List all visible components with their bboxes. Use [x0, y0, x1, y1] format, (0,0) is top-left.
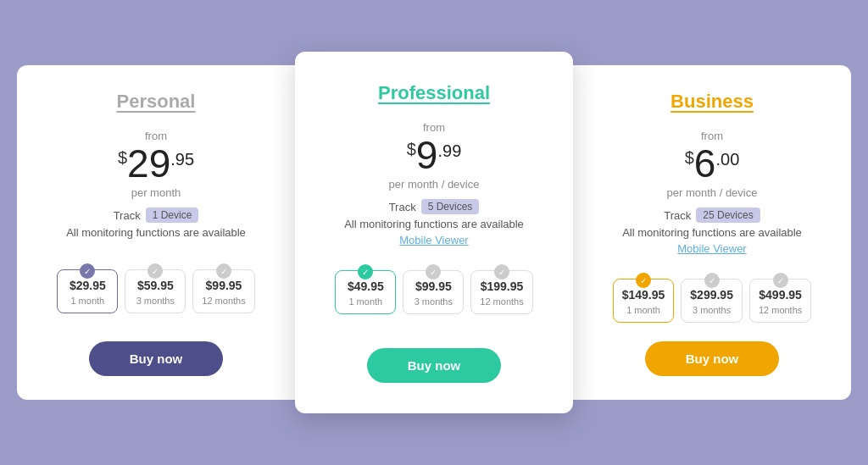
- option-period-personal-1: 3 months: [136, 296, 175, 306]
- option-check-personal-0: ✓: [80, 263, 95, 279]
- price-main-business: 6: [694, 144, 716, 183]
- option-amount-personal-0: $29.95: [70, 279, 106, 292]
- track-row-business: Track25 Devices: [664, 208, 760, 223]
- plan-title-business: Business: [670, 91, 754, 113]
- option-period-business-2: 12 months: [759, 305, 802, 315]
- per-label-business: per month / device: [667, 186, 758, 199]
- buy-button-professional[interactable]: Buy now: [367, 348, 502, 383]
- option-period-professional-2: 12 months: [480, 296, 523, 307]
- monitoring-text-professional: All monitoring functions are available: [344, 218, 524, 230]
- price-cents-professional: .99: [437, 142, 461, 159]
- option-check-professional-2: ✓: [494, 264, 509, 280]
- price-option-personal-1[interactable]: ✓$59.953 months: [125, 269, 186, 313]
- device-badge-professional: 5 Devices: [421, 199, 480, 214]
- price-dollar-business: $: [685, 149, 694, 166]
- option-check-business-2: ✓: [773, 273, 788, 288]
- price-option-personal-2[interactable]: ✓$99.9512 months: [192, 269, 254, 313]
- price-option-business-2[interactable]: ✓$499.9512 months: [749, 279, 811, 323]
- track-label-personal: Track: [114, 209, 141, 222]
- price-row-business: $6.00: [685, 144, 740, 183]
- buy-button-business[interactable]: Buy now: [645, 341, 780, 376]
- track-row-personal: Track1 Device: [114, 208, 199, 223]
- pricing-container: Personalfrom$29.95per monthTrack1 Device…: [17, 65, 851, 400]
- buy-button-personal[interactable]: Buy now: [89, 341, 224, 376]
- plan-card-personal: Personalfrom$29.95per monthTrack1 Device…: [17, 65, 295, 400]
- option-check-personal-1: ✓: [147, 263, 163, 279]
- from-label-professional: from: [423, 121, 445, 134]
- option-check-business-0: ✓: [636, 273, 651, 288]
- option-amount-professional-0: $49.95: [348, 280, 384, 293]
- monitoring-text-business: All monitoring functions are available: [622, 226, 802, 239]
- option-amount-personal-2: $99.95: [206, 279, 242, 292]
- option-amount-business-0: $149.95: [622, 288, 665, 302]
- option-period-business-1: 3 months: [693, 305, 731, 315]
- from-label-personal: from: [145, 130, 167, 142]
- price-option-professional-2[interactable]: ✓$199.9512 months: [470, 270, 532, 314]
- price-option-professional-1[interactable]: ✓$99.953 months: [403, 270, 464, 314]
- price-cents-personal: .95: [170, 151, 194, 168]
- option-period-personal-0: 1 month: [70, 296, 104, 306]
- option-amount-business-1: $299.95: [690, 288, 733, 302]
- mobile-viewer-link-business[interactable]: Mobile Viewer: [677, 242, 746, 255]
- device-badge-personal: 1 Device: [146, 208, 199, 223]
- price-options-business: ✓$149.951 month✓$299.953 months✓$499.951…: [613, 279, 812, 323]
- price-main-professional: 9: [416, 136, 438, 174]
- option-check-business-1: ✓: [704, 273, 720, 288]
- price-row-personal: $29.95: [118, 144, 194, 183]
- from-label-business: from: [701, 130, 723, 142]
- option-amount-business-2: $499.95: [759, 288, 802, 302]
- mobile-viewer-link-professional[interactable]: Mobile Viewer: [399, 234, 468, 246]
- track-label-professional: Track: [389, 201, 416, 213]
- price-option-business-1[interactable]: ✓$299.953 months: [681, 279, 743, 323]
- monitoring-text-personal: All monitoring functions are available: [66, 226, 246, 239]
- option-period-professional-1: 3 months: [415, 296, 453, 307]
- price-option-professional-0[interactable]: ✓$49.951 month: [335, 270, 396, 314]
- track-label-business: Track: [664, 209, 691, 222]
- price-main-personal: 29: [127, 144, 170, 183]
- option-check-professional-0: ✓: [358, 264, 373, 280]
- option-amount-professional-1: $99.95: [415, 280, 452, 293]
- plan-title-personal: Personal: [117, 91, 196, 113]
- option-amount-professional-2: $199.95: [481, 280, 524, 293]
- price-row-professional: $9.99: [407, 136, 462, 174]
- price-dollar-personal: $: [118, 149, 127, 166]
- device-badge-business: 25 Devices: [696, 208, 760, 223]
- option-check-professional-1: ✓: [426, 264, 441, 280]
- plan-card-business: Businessfrom$6.00per month / deviceTrack…: [573, 65, 851, 400]
- per-label-professional: per month / device: [389, 178, 480, 191]
- per-label-personal: per month: [131, 186, 181, 199]
- option-period-professional-0: 1 month: [348, 296, 382, 307]
- price-dollar-professional: $: [407, 141, 416, 158]
- track-row-professional: Track5 Devices: [389, 199, 480, 214]
- price-options-personal: ✓$29.951 month✓$59.953 months✓$99.9512 m…: [57, 269, 254, 313]
- option-amount-personal-1: $59.95: [137, 279, 174, 292]
- price-option-personal-0[interactable]: ✓$29.951 month: [57, 269, 118, 313]
- option-check-personal-2: ✓: [216, 263, 231, 279]
- price-cents-business: .00: [715, 151, 739, 168]
- option-period-business-0: 1 month: [626, 305, 660, 315]
- option-period-personal-2: 12 months: [202, 296, 245, 306]
- price-option-business-0[interactable]: ✓$149.951 month: [613, 279, 675, 323]
- plan-title-professional: Professional: [378, 82, 490, 104]
- price-options-professional: ✓$49.951 month✓$99.953 months✓$199.9512 …: [335, 270, 532, 314]
- plan-card-professional: Professionalfrom$9.99per month / deviceT…: [295, 52, 573, 413]
